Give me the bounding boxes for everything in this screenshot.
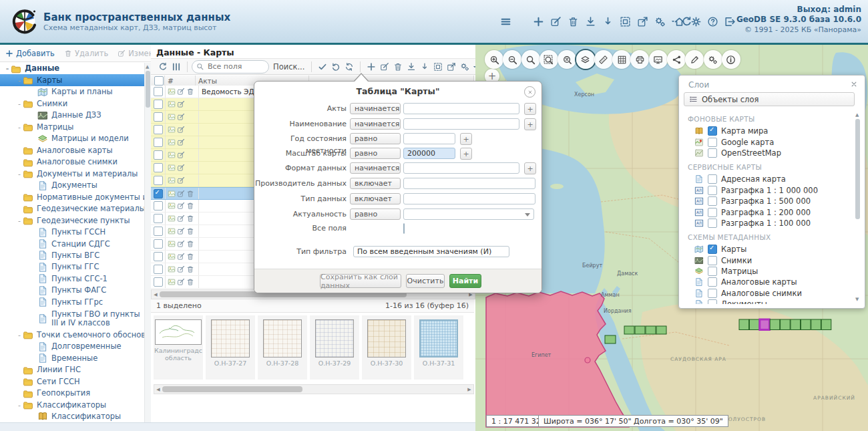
layer-item[interactable]: Карты [684,244,855,255]
row-edit-icon[interactable] [177,214,185,223]
row-edit-icon[interactable] [177,138,185,146]
layers-scrollbar[interactable]: ▲ ▼ [855,112,861,302]
layer-item[interactable]: Адресная карта [684,174,855,184]
row-delete-icon[interactable] [186,240,194,248]
sidebar-item-долговременные[interactable]: Долговременные [0,341,144,352]
row-delete-icon[interactable] [186,227,194,235]
map-tool-search[interactable] [521,50,540,69]
layers-close-button[interactable] [850,80,859,90]
map-tool-screen[interactable] [649,50,668,69]
layer-checkbox[interactable] [708,277,717,287]
sidebar-item-геопокрытия[interactable]: Геопокрытия [0,388,144,399]
map-sheet[interactable] [770,319,780,330]
map-sheet[interactable] [739,319,749,330]
table-add-button[interactable] [365,60,378,74]
sidebar-item-пункты-вгс[interactable]: Пункты ВГС [0,250,144,261]
header-download-button[interactable] [583,14,598,29]
row-image-icon[interactable] [168,88,176,96]
row-delete-icon[interactable] [186,88,194,96]
row-checkbox[interactable] [154,100,163,109]
dialog-field-input[interactable] [403,193,535,204]
map-tool-grid[interactable] [612,50,631,69]
map-sheet[interactable] [749,319,759,330]
layer-checkbox[interactable] [708,196,717,206]
add-condition-button[interactable]: + [524,103,536,115]
row-checkbox[interactable] [154,87,163,96]
map-tool-search-area[interactable] [539,50,558,69]
dialog-field-input[interactable] [403,133,455,144]
row-image-icon[interactable] [168,151,176,159]
map-sheet[interactable] [801,319,811,330]
logout-link[interactable]: Выход: admin [736,5,861,15]
map-sheet[interactable] [635,326,645,334]
row-image-icon[interactable] [168,265,176,273]
sidebar-item-пункты-ггс[interactable]: Пункты ГГС [0,261,144,273]
row-edit-icon[interactable] [177,113,185,121]
layer-item[interactable]: Матрицы [684,266,855,277]
add-condition-button[interactable]: + [460,133,472,145]
find-button[interactable]: Найти [449,274,481,288]
sidebar-item-сети-гссн[interactable]: Сети ГССН [0,376,144,387]
layer-checkbox[interactable] [708,245,717,254]
layer-checkbox[interactable] [708,138,717,147]
table-edit-button[interactable] [378,60,391,74]
table-delete-button[interactable] [391,60,405,74]
row-image-icon[interactable] [168,138,176,146]
row-image-icon[interactable] [168,240,176,248]
condition-select[interactable]: начинается [350,118,401,130]
map-tool-layers[interactable] [576,50,595,69]
header-help-button[interactable] [705,14,720,29]
sidebar-item-документы-и-материалы[interactable]: -Документы и материалы [0,168,144,179]
all-fields-checkbox[interactable] [403,223,405,234]
row-delete-icon[interactable] [186,253,194,261]
map-tool-share[interactable] [667,50,686,69]
delete-button[interactable]: Удалить [64,49,108,58]
sidebar-item-матрицы[interactable]: -Матрицы [0,121,144,132]
table-settings-button[interactable] [458,60,471,74]
search-input[interactable] [206,61,264,71]
table-import-button[interactable] [418,60,431,74]
row-delete-icon[interactable] [186,278,194,286]
layer-checkbox[interactable] [708,148,717,158]
layer-item[interactable]: АЛРазграфка 1 : 100 000 [684,218,855,229]
map-tool-info[interactable] [722,50,740,69]
row-checkbox[interactable] [154,252,163,261]
header-delete-button[interactable] [566,14,580,29]
map-sheet[interactable] [821,319,831,330]
map-sheet-highlighted[interactable] [760,319,770,330]
dialog-field-input[interactable]: 200000 [403,148,455,159]
row-checkbox[interactable] [154,125,163,134]
thumbnail-card[interactable]: О.Н-37-30 [362,315,411,380]
row-edit-icon[interactable] [177,240,185,248]
row-image-icon[interactable] [168,190,176,198]
select-all-checkbox[interactable] [154,76,164,86]
save-as-layer-button[interactable]: Сохранить как слой данных [320,274,401,288]
condition-select[interactable]: равно [350,148,401,159]
table-columns-button[interactable] [170,60,183,74]
row-image-icon[interactable] [168,176,176,184]
header-add-button[interactable] [531,14,546,29]
thumbnail-card[interactable]: Калининградская область [154,315,203,380]
search-link[interactable]: Поиск... [273,62,304,71]
map-sheet[interactable] [781,319,791,330]
sidebar-item-матрицы-и-модели[interactable]: Матрицы и модели [0,133,144,144]
row-delete-icon[interactable] [186,265,194,273]
dialog-field-input[interactable] [403,208,534,220]
table-search-field[interactable] [192,60,269,74]
row-edit-icon[interactable] [177,151,185,159]
sidebar-item-документы[interactable]: Документы [0,180,144,191]
map-sheet[interactable] [624,326,634,334]
layer-checkbox[interactable] [708,126,717,136]
layer-item[interactable]: АЛРазграфка 1 : 1 000 000 [684,185,855,196]
map-sheet[interactable] [646,326,656,334]
layer-item[interactable]: OpenStreetMap [684,148,855,158]
row-delete-icon[interactable] [186,214,194,223]
table-download-button[interactable] [405,60,418,74]
layer-checkbox[interactable] [708,174,717,184]
thumbnail-card[interactable]: О.Н-37-29 [310,315,359,380]
row-checkbox[interactable] [154,138,163,147]
condition-select[interactable]: равно [350,133,401,144]
map-sheet[interactable] [791,319,801,330]
add-condition-button[interactable]: + [460,148,472,160]
sidebar-item-данные[interactable]: -Данные [0,63,144,74]
